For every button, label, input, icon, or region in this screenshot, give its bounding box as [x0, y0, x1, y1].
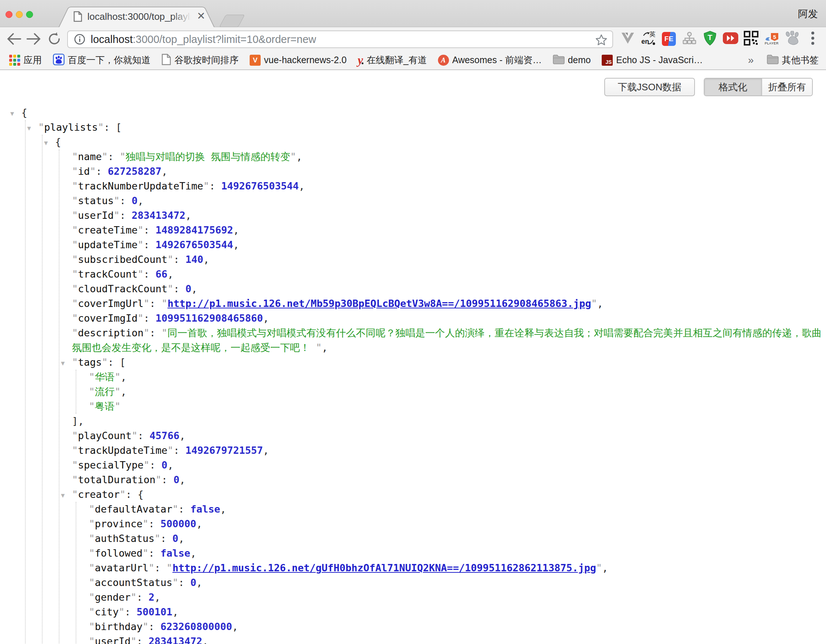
extension-button[interactable]: T: [702, 29, 718, 48]
json-line: "avatarUrl": "http://p1.music.126.net/gU…: [0, 561, 822, 575]
json-line: "specialType": 0,: [0, 458, 822, 473]
json-value: 0: [172, 533, 179, 544]
json-value: : {: [126, 489, 144, 500]
json-value: :: [144, 239, 156, 250]
bookmark-item[interactable]: 百度一下，你就知道: [53, 54, 151, 67]
tab-title-fade: [172, 10, 194, 23]
extension-button[interactable]: 英en: [640, 29, 657, 48]
json-key: followed: [95, 548, 143, 559]
json-value: :: [144, 312, 156, 324]
json-key: updateTime: [78, 239, 138, 250]
page-info-icon[interactable]: [74, 33, 85, 45]
extension-button[interactable]: [722, 29, 739, 48]
json-line: "totalDuration": 0,: [0, 473, 822, 487]
collapse-triangle-icon[interactable]: ▼: [61, 356, 65, 371]
zoom-window-button[interactable]: [26, 11, 33, 18]
json-link[interactable]: http://p1.music.126.net/gUfH0bhzOfAl71NU…: [172, 562, 596, 574]
bookmark-item[interactable]: JSEcho JS - JavaScri…: [602, 55, 703, 66]
other-bookmarks-label: 其他书签: [782, 54, 819, 66]
json-line: "trackNumberUpdateTime": 1492676503544,: [0, 179, 822, 194]
collapse-triangle-icon[interactable]: ▼: [10, 106, 14, 121]
extension-button[interactable]: 5PLAYER: [764, 29, 780, 48]
json-line: "province": 500000,: [0, 517, 822, 531]
json-value: ,: [196, 518, 202, 529]
json-key: cloudTrackCount: [78, 283, 168, 295]
extension-button[interactable]: [682, 29, 697, 48]
json-value: 1492676503544: [156, 239, 233, 250]
extension-button[interactable]: [743, 29, 759, 48]
bookmark-label: Awesomes - 前端资…: [452, 54, 542, 66]
bookmark-item[interactable]: Vvue-hackernews-2.0: [250, 55, 346, 66]
extension-button[interactable]: [784, 29, 800, 48]
json-link[interactable]: http://p1.music.126.net/Mb59p30BpEQLcBQe…: [168, 298, 591, 309]
json-line: "coverImgId": 109951162908465860,: [0, 311, 822, 326]
tab-close-icon[interactable]: ✕: [197, 9, 205, 23]
json-value: 0: [185, 283, 191, 295]
json-value: :: [125, 606, 137, 618]
json-value: :: [120, 209, 132, 221]
extension-button[interactable]: FE: [661, 29, 677, 48]
browser-menu-button[interactable]: [805, 29, 821, 48]
bookmark-label: Echo JS - JavaScri…: [616, 55, 703, 65]
json-value: ,: [180, 430, 185, 441]
json-value: :: [149, 518, 161, 529]
json-value: ,: [203, 254, 209, 265]
collapse-all-button[interactable]: 折叠所有: [761, 79, 812, 95]
json-value: 1492679721557: [185, 445, 263, 456]
view-mode-toggle: 格式化 折叠所有: [704, 78, 813, 96]
bookmarks-overflow-chevron[interactable]: »: [748, 54, 754, 66]
json-key: name: [78, 151, 102, 162]
url-text[interactable]: localhost:3000/top_playlist?limit=10&ord…: [91, 33, 316, 45]
extension-button[interactable]: [620, 29, 636, 48]
json-value: :: [149, 621, 161, 632]
other-bookmarks-folder[interactable]: 其他书签: [767, 54, 819, 66]
json-value: 华语: [95, 371, 115, 383]
json-key: authStatus: [95, 533, 155, 544]
close-window-button[interactable]: [6, 11, 12, 18]
collapse-triangle-icon[interactable]: ▼: [27, 121, 31, 135]
bookmark-star-icon[interactable]: [595, 33, 608, 48]
minimize-window-button[interactable]: [16, 11, 23, 18]
bookmark-item[interactable]: demo: [553, 55, 591, 66]
json-value: :: [137, 591, 149, 603]
folder-icon: [553, 55, 565, 66]
forward-button[interactable]: [25, 30, 43, 48]
json-value: 0: [173, 474, 179, 486]
bookmark-item[interactable]: 应用: [9, 54, 42, 66]
bookmark-item[interactable]: y在线翻译_有道: [357, 54, 427, 66]
bookmark-item[interactable]: AAwesomes - 前端资…: [438, 54, 542, 66]
svg-text:T: T: [708, 33, 713, 42]
json-line: "id": 627258287,: [0, 164, 822, 179]
bookmark-label: 应用: [23, 54, 42, 66]
new-tab-button[interactable]: [219, 15, 245, 27]
youdao-icon: y: [357, 55, 363, 66]
json-value: ,: [168, 459, 173, 471]
collapse-triangle-icon[interactable]: ▼: [61, 488, 65, 503]
bookmark-item[interactable]: 谷歌按时间排序: [161, 54, 239, 67]
json-value: 0: [132, 195, 138, 206]
download-json-button[interactable]: 下载JSON数据: [604, 78, 695, 96]
json-line: "gender": 2,: [0, 590, 822, 605]
format-button[interactable]: 格式化: [705, 79, 761, 95]
collapse-triangle-icon[interactable]: ▼: [44, 135, 48, 150]
profile-name[interactable]: 阿发: [798, 7, 818, 20]
fehelper-icon: FE: [662, 32, 676, 46]
bookmark-label: demo: [568, 55, 591, 65]
indent-guide: [76, 502, 76, 644]
h5player-icon: 5PLAYER: [765, 33, 779, 45]
json-line: "status": 0,: [0, 194, 822, 208]
json-value: ,: [185, 209, 191, 221]
json-line: "userId": 283413472,: [0, 634, 822, 644]
tab-favicon-page-icon: [73, 11, 82, 22]
json-value: ,: [299, 180, 305, 192]
video-forward-icon: [722, 32, 739, 46]
echojs-icon: JS: [602, 55, 613, 66]
omnibox[interactable]: localhost:3000/top_playlist?limit=10&ord…: [67, 31, 613, 48]
json-value: :: [179, 577, 191, 588]
json-line: "粤语": [0, 399, 822, 414]
back-button[interactable]: [5, 30, 23, 48]
reload-button[interactable]: [45, 30, 63, 48]
json-value: 45766: [149, 430, 179, 441]
json-key: userId: [78, 209, 114, 221]
json-value: 独唱与对唱的切换 氛围与情感的转变: [126, 151, 290, 162]
